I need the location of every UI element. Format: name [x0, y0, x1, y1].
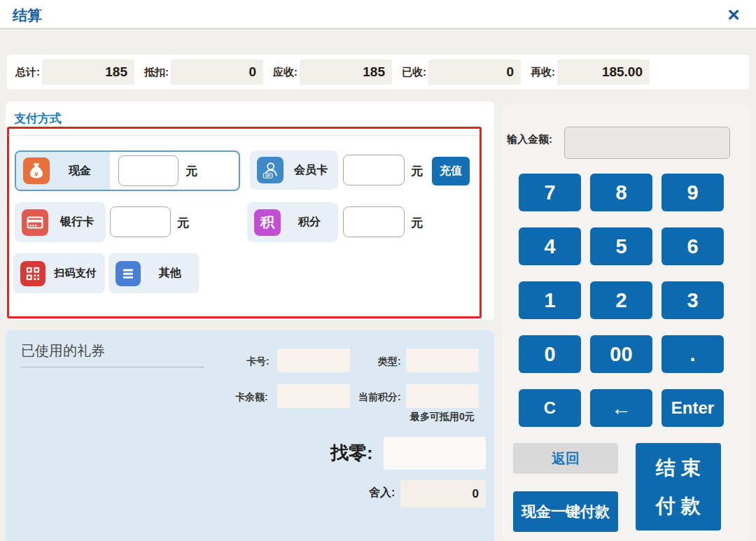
key-3[interactable]: 3	[662, 281, 724, 319]
coupon-card-info-panel: 已使用的礼券 卡号: 类型: 卡余额: 当前积分: 最多可抵用0元 找零: 舍入…	[6, 330, 494, 541]
summary-received-value: 0	[428, 59, 521, 85]
recharge-button[interactable]: 充值	[432, 157, 470, 185]
list-icon	[115, 261, 141, 286]
summary-deduction-label: 抵扣:	[144, 66, 169, 79]
card-type-field	[406, 349, 479, 372]
key-dot[interactable]: .	[662, 335, 724, 373]
payment-method-scan-pay[interactable]: 扫码支付	[13, 253, 105, 293]
summary-total-label: 总计:	[15, 66, 40, 79]
bank-card-icon	[22, 209, 48, 236]
amount-input-label: 输入金额:	[507, 133, 552, 146]
bank-card-label: 银行卡	[55, 215, 99, 230]
dialog-header: 结算 ×	[0, 0, 756, 29]
payment-method-points[interactable]: 积 积分	[247, 202, 338, 242]
key-1[interactable]: 1	[519, 281, 581, 319]
member-card-unit: 元	[411, 163, 423, 179]
finish-payment-button[interactable]: 结 束 付 款	[636, 443, 721, 531]
key-9[interactable]: 9	[662, 174, 724, 211]
points-unit: 元	[411, 215, 423, 231]
close-icon[interactable]: ×	[720, 1, 748, 28]
payment-method-other[interactable]: 其他	[108, 253, 200, 293]
points-amount-input[interactable]	[343, 206, 405, 237]
key-7[interactable]: 7	[519, 174, 581, 211]
card-number-field	[277, 349, 350, 372]
summary-remaining-label: 再收:	[531, 66, 555, 79]
svg-text:¥: ¥	[34, 170, 38, 178]
key-0[interactable]: 0	[519, 335, 581, 373]
other-label: 其他	[153, 266, 187, 281]
change-label: 找零:	[330, 441, 373, 465]
member-card-amount-input[interactable]	[343, 155, 405, 185]
payment-section-title: 支付方式	[14, 111, 62, 127]
summary-receivable-label: 应收:	[273, 66, 298, 79]
summary-received-label: 已收:	[402, 66, 426, 79]
card-balance-field	[277, 384, 350, 408]
cash-unit: 元	[186, 163, 197, 179]
change-field	[384, 437, 486, 470]
cash-method-tile[interactable]: ¥ 现金	[16, 152, 110, 190]
cash-label: 现金	[63, 164, 97, 178]
payment-method-bank-card[interactable]: 银行卡	[15, 202, 106, 242]
key-6[interactable]: 6	[662, 227, 724, 265]
coupon-divider	[21, 367, 204, 367]
max-deduction-note: 最多可抵用0元	[410, 411, 475, 423]
dialog-title: 结算	[13, 6, 42, 25]
summary-remaining: 再收: 185.00	[531, 59, 650, 85]
svg-text:VIP: VIP	[265, 174, 272, 178]
summary-bar: 总计: 185 抵扣: 0 应收: 185 已收: 0 再收: 185.00	[7, 55, 749, 90]
finish-payment-line1: 结 束	[656, 455, 701, 482]
summary-total-value: 185	[42, 59, 134, 85]
key-enter[interactable]: Enter	[662, 389, 724, 427]
key-clear[interactable]: C	[519, 389, 581, 427]
points-icon: 积	[254, 209, 281, 236]
qr-code-icon	[20, 261, 46, 286]
summary-deduction: 抵扣: 0	[144, 59, 263, 85]
settlement-dialog: 结算 × 总计: 185 抵扣: 0 应收: 185 已收: 0 再收: 185…	[0, 0, 756, 541]
section-divider	[8, 135, 479, 136]
vip-member-icon: VIP	[257, 157, 284, 183]
payment-method-member-card[interactable]: VIP 会员卡	[250, 150, 338, 190]
summary-total: 总计: 185	[15, 59, 134, 85]
current-points-field	[406, 384, 479, 408]
used-coupons-title: 已使用的礼券	[21, 342, 105, 360]
bank-card-amount-input[interactable]	[110, 206, 171, 237]
current-points-label: 当前积分:	[358, 391, 401, 404]
cash-amount-input[interactable]	[118, 155, 178, 186]
key-2[interactable]: 2	[590, 281, 652, 319]
summary-received: 已收: 0	[402, 59, 521, 85]
key-8[interactable]: 8	[590, 174, 652, 211]
bank-card-unit: 元	[177, 215, 189, 231]
key-4[interactable]: 4	[519, 227, 581, 265]
key-00[interactable]: 00	[590, 335, 652, 373]
member-card-label: 会员卡	[288, 163, 333, 178]
money-bag-icon: ¥	[23, 157, 50, 184]
points-label: 积分	[293, 215, 326, 230]
cash-quick-pay-button[interactable]: 现金一键付款	[513, 491, 618, 532]
card-balance-label: 卡余额:	[235, 391, 268, 404]
keypad-panel: 输入金额: 7 8 9 4 5 6 1 2 3 0 00 . C ← Enter…	[503, 105, 750, 541]
summary-remaining-value: 185.00	[557, 59, 650, 85]
rounding-field: 0	[400, 480, 486, 507]
card-number-label: 卡号:	[246, 356, 270, 368]
summary-receivable: 应收: 185	[273, 59, 392, 85]
scan-pay-label: 扫码支付	[49, 267, 102, 280]
payment-method-cash[interactable]: ¥ 现金 元	[15, 150, 240, 191]
back-button[interactable]: 返回	[513, 443, 618, 474]
backspace-icon[interactable]: ←	[590, 389, 652, 427]
rounding-label: 舍入:	[369, 486, 395, 500]
payment-methods-panel: 支付方式 ¥ 现金 元	[6, 101, 494, 320]
amount-input[interactable]	[564, 127, 730, 159]
summary-deduction-value: 0	[171, 59, 263, 85]
key-5[interactable]: 5	[590, 227, 652, 265]
summary-receivable-value: 185	[300, 59, 392, 85]
card-type-label: 类型:	[378, 356, 401, 368]
finish-payment-line2: 付 款	[656, 493, 701, 519]
